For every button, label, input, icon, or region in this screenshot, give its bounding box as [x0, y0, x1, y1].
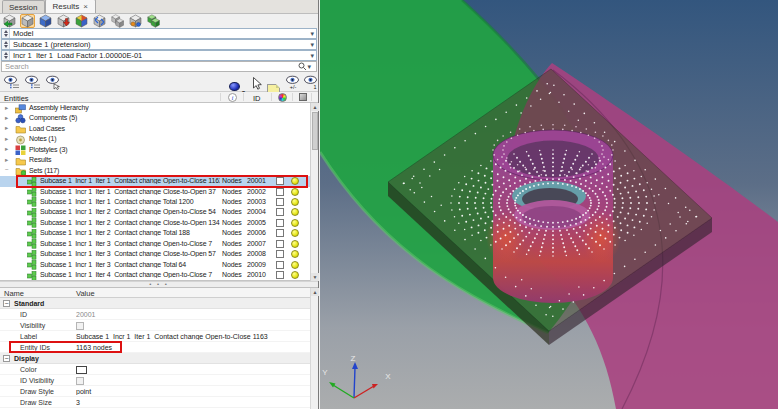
tree-item-sets-117[interactable]: − Sets (117) — [0, 166, 311, 176]
set-visibility-checkbox[interactable] — [276, 198, 284, 206]
chevron-down-icon[interactable]: ▾ — [310, 30, 316, 38]
3d-viewport[interactable]: Z X Y — [320, 0, 778, 409]
subcase-spinner[interactable] — [2, 40, 10, 49]
property-row-id[interactable]: ID20001 — [0, 309, 318, 320]
property-row-label[interactable]: LabelSubcase 1 Incr 1 Iter 1 Contact cha… — [0, 331, 318, 342]
properties-scrollbar[interactable]: ▲ — [310, 288, 318, 409]
scroll-up-icon[interactable]: ▲ — [311, 103, 319, 111]
property-group-standard[interactable]: −Standard — [0, 298, 318, 309]
expander-icon[interactable]: ▸ — [5, 145, 8, 153]
property-row-draw-size[interactable]: Draw Size3 — [0, 397, 318, 408]
property-row-id-visibility[interactable]: ID Visibility — [0, 375, 318, 386]
color-wheel-icon[interactable] — [278, 93, 287, 102]
set-color-indicator[interactable] — [291, 219, 299, 227]
chevron-down-icon[interactable]: ▾ — [310, 52, 316, 60]
set-color-indicator[interactable] — [291, 250, 299, 258]
set-color-indicator[interactable] — [291, 240, 299, 248]
set-row-20009[interactable]: Subcase 1 Incr 1 Iter 3 Contact change T… — [0, 260, 311, 270]
collapse-icon[interactable]: − — [3, 300, 10, 307]
tree-item-label: Components (5) — [29, 114, 77, 121]
tab-close-icon[interactable]: × — [83, 4, 88, 10]
search-input[interactable]: Search ▾ — [1, 61, 317, 72]
tree-item-assembly-hierarchy[interactable]: ▸ Assembly Hierarchy — [0, 103, 311, 113]
set-visibility-checkbox[interactable] — [276, 250, 284, 258]
set-visibility-checkbox[interactable] — [276, 208, 284, 216]
link-cube-icon[interactable] — [92, 14, 107, 28]
shading-cube-icon[interactable] — [299, 93, 307, 101]
set-row-20002[interactable]: Subcase 1 Incr 1 Iter 1 Contact change C… — [0, 187, 311, 197]
set-visibility-checkbox[interactable] — [276, 229, 284, 237]
model-spinner[interactable] — [2, 29, 10, 38]
tree-item-components-5[interactable]: ▸ Components (5) — [0, 113, 311, 123]
set-visibility-checkbox[interactable] — [276, 219, 284, 227]
set-color-indicator[interactable] — [291, 198, 299, 206]
tab-results[interactable]: Results × — [45, 0, 95, 13]
set-type: Nodes — [222, 188, 242, 195]
tree-item-plotstyles-3[interactable]: ▸ Plotstyles (3) — [0, 145, 311, 155]
set-color-indicator[interactable] — [291, 261, 299, 269]
set-row-20001[interactable]: Subcase 1 Incr 1 Iter 1 Contact change O… — [0, 176, 311, 186]
set-color-indicator[interactable] — [291, 177, 299, 185]
set-color-indicator[interactable] — [291, 271, 299, 279]
expander-icon[interactable]: ▸ — [5, 124, 8, 132]
set-row-20006[interactable]: Subcase 1 Incr 1 Iter 2 Contact change T… — [0, 228, 311, 238]
property-row-entity-ids[interactable]: Entity IDs1163 nodes — [0, 342, 318, 353]
group-cubes-icon[interactable] — [146, 14, 161, 28]
set-row-20005[interactable]: Subcase 1 Incr 1 Iter 2 Contact change C… — [0, 218, 311, 228]
set-visibility-checkbox[interactable] — [276, 240, 284, 248]
set-visibility-checkbox[interactable] — [276, 188, 284, 196]
set-row-20008[interactable]: Subcase 1 Incr 1 Iter 3 Contact change C… — [0, 249, 311, 259]
property-row-visibility[interactable]: Visibility — [0, 320, 318, 331]
scroll-down-icon[interactable]: ▼ — [311, 273, 319, 281]
color-swatch[interactable] — [76, 366, 87, 374]
copy-cube-icon[interactable] — [110, 14, 125, 28]
property-row-color[interactable]: Color — [0, 364, 318, 375]
set-visibility-checkbox[interactable] — [276, 261, 284, 269]
set-row-20003[interactable]: Subcase 1 Incr 1 Iter 1 Contact change T… — [0, 197, 311, 207]
info-icon[interactable]: i — [228, 93, 237, 104]
tab-session-label: Session — [9, 3, 37, 12]
set-color-indicator[interactable] — [291, 188, 299, 196]
contour-cube-icon[interactable] — [74, 14, 89, 28]
property-checkbox[interactable] — [76, 377, 84, 385]
set-visibility-checkbox[interactable] — [276, 177, 284, 185]
tree-item-notes-1[interactable]: ▸ Notes (1) — [0, 134, 311, 144]
set-type: Nodes — [222, 271, 242, 278]
tab-session[interactable]: Session — [2, 0, 45, 13]
increment-spinner[interactable] — [2, 51, 10, 60]
subcase-select[interactable]: Subcase 1 (pretension) ▾ — [1, 39, 317, 50]
expander-icon[interactable]: − — [5, 166, 9, 173]
model-cube-icon[interactable] — [20, 14, 35, 28]
expander-icon[interactable]: ▸ — [5, 156, 8, 164]
increment-select[interactable]: Incr 1 Iter 1 Load Factor 1.00000E-01 ▾ — [1, 50, 317, 61]
set-row-20007[interactable]: Subcase 1 Incr 1 Iter 3 Contact change O… — [0, 239, 311, 249]
tree-item-load-cases[interactable]: ▸ Load Cases — [0, 124, 311, 134]
tree-item-label: Plotstyles (3) — [29, 146, 67, 153]
set-type: Nodes — [222, 219, 242, 226]
set-color-indicator[interactable] — [291, 229, 299, 237]
expander-icon[interactable]: ▸ — [5, 135, 8, 143]
properties-body: −StandardID20001VisibilityLabelSubcase 1… — [0, 298, 318, 408]
compare-cube-icon[interactable] — [128, 14, 143, 28]
set-color-indicator[interactable] — [291, 208, 299, 216]
set-visibility-checkbox[interactable] — [276, 271, 284, 279]
scrollbar-thumb[interactable] — [312, 112, 318, 150]
tree-item-results[interactable]: ▸ Results — [0, 155, 311, 165]
chevron-down-icon[interactable]: ▾ — [310, 41, 316, 49]
chevron-down-icon[interactable]: ▾ — [307, 63, 313, 71]
model-select[interactable]: Model ▾ — [1, 28, 317, 39]
collapse-icon[interactable]: − — [3, 355, 10, 362]
set-row-20004[interactable]: Subcase 1 Incr 1 Iter 2 Contact change O… — [0, 207, 311, 217]
blue-cube-icon[interactable] — [38, 14, 53, 28]
panel-splitter-handle[interactable]: • • • — [0, 281, 318, 288]
expander-icon[interactable]: ▸ — [5, 114, 8, 122]
import-cube-icon[interactable] — [56, 14, 71, 28]
scroll-up-icon[interactable]: ▲ — [311, 288, 319, 296]
tree-scrollbar[interactable]: ▲ ▼ — [310, 103, 318, 281]
property-group-display[interactable]: −Display — [0, 353, 318, 364]
load-results-icon[interactable] — [2, 14, 17, 28]
property-row-draw-style[interactable]: Draw Stylepoint — [0, 386, 318, 397]
property-checkbox[interactable] — [76, 322, 84, 330]
expander-icon[interactable]: ▸ — [5, 104, 8, 112]
set-row-20010[interactable]: Subcase 1 Incr 1 Iter 4 Contact change O… — [0, 270, 311, 280]
